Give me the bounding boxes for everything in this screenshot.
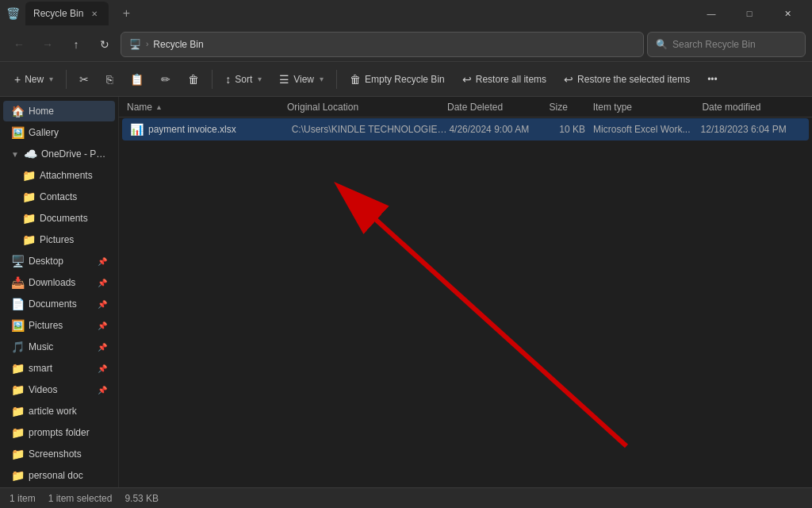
back-button[interactable]: ← bbox=[6, 32, 32, 57]
more-options-button[interactable]: ••• bbox=[699, 70, 726, 89]
sidebar-item-onedrive[interactable]: ▼☁️OneDrive - Personal bbox=[3, 144, 115, 164]
search-placeholder: Search Recycle Bin bbox=[672, 39, 756, 50]
sort-icon: ↕ bbox=[225, 73, 231, 86]
gallery-icon: 🖼️ bbox=[11, 126, 24, 139]
column-location[interactable]: Original Location bbox=[287, 102, 447, 113]
pictures2-pin-icon: 📌 bbox=[98, 321, 107, 330]
empty-bin-icon: 🗑 bbox=[350, 73, 361, 86]
personal_doc-icon: 📁 bbox=[11, 469, 24, 482]
file-modified: 12/18/2023 6:04 PM bbox=[701, 124, 801, 135]
sidebar-item-downloads[interactable]: 📥Downloads📌 bbox=[3, 272, 115, 293]
new-button[interactable]: + New bbox=[6, 69, 61, 90]
delete-button[interactable]: 🗑 bbox=[180, 69, 207, 90]
sidebar-item-attachments[interactable]: 📁Attachments bbox=[3, 165, 115, 186]
sidebar-label-videos: Videos bbox=[29, 384, 93, 395]
status-count: 1 item bbox=[10, 493, 36, 504]
new-label: New bbox=[25, 74, 44, 85]
search-box[interactable]: 🔍 Search Recycle Bin bbox=[647, 32, 806, 57]
sidebar-item-pictures[interactable]: 📁Pictures bbox=[3, 229, 115, 250]
sidebar-item-personal_doc[interactable]: 📁personal doc bbox=[3, 465, 115, 486]
tab-close-button[interactable]: ✕ bbox=[88, 8, 101, 20]
home-icon: 🏠 bbox=[11, 105, 24, 117]
sidebar-item-screenshots[interactable]: 📁Screenshots bbox=[3, 444, 115, 464]
sidebar-label-music: Music bbox=[29, 341, 93, 352]
address-field[interactable]: 🖥️ › Recycle Bin bbox=[121, 32, 644, 57]
toolbar-separator-3 bbox=[336, 70, 337, 89]
smart-icon: 📁 bbox=[11, 362, 24, 375]
documents-icon: 📁 bbox=[22, 212, 35, 225]
tab-recycle-bin[interactable]: Recycle Bin ✕ bbox=[25, 2, 109, 25]
sidebar-item-pictures2[interactable]: 🖼️Pictures📌 bbox=[3, 315, 115, 336]
file-name: payment invoice.xlsx bbox=[148, 124, 292, 135]
sidebar-item-prompts_folder[interactable]: 📁prompts folder bbox=[3, 422, 115, 443]
empty-recycle-bin-button[interactable]: 🗑 Empty Recycle Bin bbox=[342, 69, 453, 90]
forward-button[interactable]: → bbox=[35, 32, 60, 57]
file-deleted: 4/26/2024 9:00 AM bbox=[449, 124, 549, 135]
sidebar-item-smart[interactable]: 📁smart📌 bbox=[3, 358, 115, 379]
new-tab-button[interactable]: + bbox=[115, 2, 137, 25]
more-icon: ••• bbox=[707, 74, 718, 85]
restore-all-icon: ↩ bbox=[462, 73, 472, 86]
sidebar-item-home[interactable]: 🏠Home bbox=[3, 101, 115, 121]
sidebar-label-attachments: Attachments bbox=[40, 170, 107, 181]
copy-icon: ⎘ bbox=[106, 73, 113, 86]
sidebar-label-article_work: article work bbox=[29, 406, 107, 417]
tab-label: Recycle Bin bbox=[33, 8, 83, 19]
cut-button[interactable]: ✂ bbox=[71, 69, 97, 90]
toolbar: + New ✂ ⎘ 📋 ✏ 🗑 ↕ Sort ☰ View 🗑 Empty Re… bbox=[0, 62, 812, 97]
sidebar-item-documents2[interactable]: 📄Documents📌 bbox=[3, 294, 115, 314]
column-size[interactable]: Size bbox=[550, 102, 593, 113]
file-type: Microsoft Excel Work... bbox=[593, 124, 701, 135]
maximize-button[interactable]: □ bbox=[731, 1, 768, 26]
sidebar-item-desktop[interactable]: 🖥️Desktop📌 bbox=[3, 251, 115, 271]
sidebar-label-documents: Documents bbox=[40, 213, 107, 224]
toolbar-separator-1 bbox=[66, 70, 67, 89]
pictures2-icon: 🖼️ bbox=[11, 319, 24, 332]
rename-button[interactable]: ✏ bbox=[153, 69, 178, 90]
main-layout: 🏠Home🖼️Gallery▼☁️OneDrive - Personal📁Att… bbox=[0, 97, 812, 487]
close-button[interactable]: ✕ bbox=[769, 1, 806, 26]
smart-pin-icon: 📌 bbox=[98, 364, 107, 373]
column-deleted[interactable]: Date Deleted bbox=[447, 102, 550, 113]
sidebar-item-music[interactable]: 🎵Music📌 bbox=[3, 337, 115, 357]
refresh-button[interactable]: ↻ bbox=[92, 32, 117, 57]
sidebar-item-videos[interactable]: 📁Videos📌 bbox=[3, 379, 115, 400]
sidebar-item-documents[interactable]: 📁Documents bbox=[3, 208, 115, 229]
status-selected: 1 item selected bbox=[48, 493, 113, 504]
column-modified[interactable]: Date modified bbox=[702, 102, 804, 113]
content-area: Name ▲ Original Location Date Deleted Si… bbox=[119, 97, 812, 487]
window-controls: — □ ✕ bbox=[693, 1, 806, 26]
documents2-icon: 📄 bbox=[11, 298, 24, 310]
paste-button[interactable]: 📋 bbox=[122, 69, 151, 90]
sidebar-label-gallery: Gallery bbox=[29, 127, 107, 138]
sidebar-label-screenshots: Screenshots bbox=[29, 448, 107, 460]
restore-all-button[interactable]: ↩ Restore all items bbox=[454, 69, 554, 90]
up-button[interactable]: ↑ bbox=[63, 32, 89, 57]
sidebar-item-contacts[interactable]: 📁Contacts bbox=[3, 187, 115, 207]
sidebar-label-contacts: Contacts bbox=[40, 191, 107, 202]
downloads-icon: 📥 bbox=[11, 276, 24, 289]
column-name[interactable]: Name ▲ bbox=[127, 102, 287, 113]
article_work-icon: 📁 bbox=[11, 405, 24, 418]
sidebar-label-onedrive: OneDrive - Personal bbox=[41, 148, 107, 160]
view-button[interactable]: ☰ View bbox=[271, 69, 331, 90]
sidebar-item-gallery[interactable]: 🖼️Gallery bbox=[3, 122, 115, 143]
restore-selected-button[interactable]: ↩ Restore the selected items bbox=[556, 69, 698, 90]
onedrive-icon: ☁️ bbox=[24, 148, 36, 160]
sort-button[interactable]: ↕ Sort bbox=[217, 69, 270, 90]
minimize-button[interactable]: — bbox=[693, 1, 730, 26]
sidebar-label-documents2: Documents bbox=[29, 298, 93, 310]
chevron-icon: › bbox=[146, 40, 148, 48]
address-bar: ← → ↑ ↻ 🖥️ › Recycle Bin 🔍 Search Recycl… bbox=[0, 27, 812, 62]
column-type[interactable]: Item type bbox=[593, 102, 703, 113]
attachments-icon: 📁 bbox=[22, 169, 35, 182]
copy-button[interactable]: ⎘ bbox=[98, 69, 121, 90]
status-size: 9.53 KB bbox=[124, 493, 159, 504]
restore-selected-label: Restore the selected items bbox=[577, 74, 690, 85]
sidebar-item-article_work[interactable]: 📁article work bbox=[3, 401, 115, 421]
title-bar: 🗑️ Recycle Bin ✕ + — □ ✕ bbox=[0, 0, 812, 27]
column-header-row: Name ▲ Original Location Date Deleted Si… bbox=[119, 97, 812, 117]
path-text: Recycle Bin bbox=[153, 39, 203, 50]
location-icon: 🖥️ bbox=[129, 39, 141, 50]
table-row[interactable]: 📊payment invoice.xlsxC:\Users\KINDLE TEC… bbox=[122, 118, 809, 140]
